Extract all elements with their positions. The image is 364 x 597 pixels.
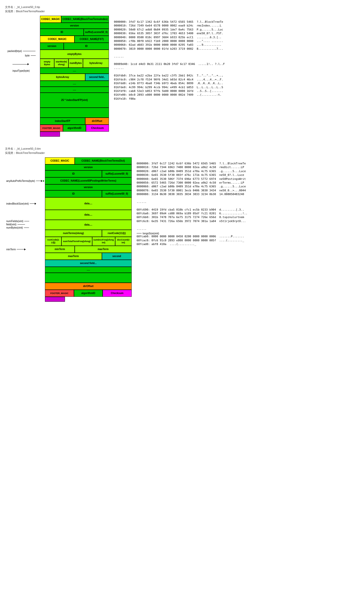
cell-d2-algorithm-id: algorithmID bbox=[74, 290, 103, 297]
label-packed: packed(btye) bbox=[7, 50, 35, 52]
d1-row-12: 25 * indexStartFP(vint) bbox=[40, 93, 109, 108]
cell-d2-codec-name-dict: CODEC_NAME(BlockTreeTermsDict) bbox=[75, 157, 132, 164]
cell-d2-second-field: second field... bbox=[45, 260, 132, 267]
label-field-vint: field(vint) bbox=[6, 223, 29, 226]
d2-row-14: second field... bbox=[45, 260, 132, 267]
d1-row-6: emptyBytes packed(btye) byte bbox=[40, 50, 109, 59]
cell-codec-name-index: CODEC_NAME(BlockTreeTermsIndex) bbox=[61, 16, 109, 23]
d2-row-18: FOOTER_MAGIC algorithmID Checksum bbox=[45, 290, 132, 297]
d2-row-12: minTerm maxTerm minTerm bbox=[45, 246, 132, 253]
label-min-term: minTerm bbox=[6, 248, 26, 251]
cell-version-2: version bbox=[40, 43, 64, 50]
cell-num-bytes: numBytes bbox=[68, 59, 83, 68]
d1-row-10: …. bbox=[40, 81, 109, 87]
cell-index-start-fp: indesStartFP bbox=[40, 118, 85, 125]
d2-row-11: rootCode(11位) sumTotalTermFreq(vlong) su… bbox=[45, 237, 132, 246]
label-any-auto: anyAutoPrefixTerms(byte) bbox=[6, 180, 44, 182]
d2-row-4: CODEC_NAME(Lucene50PostingsWriterTerms) … bbox=[45, 177, 132, 184]
filename-1: 文件名：_bl_Lucene50_0.tip bbox=[5, 5, 109, 9]
cell-dir-offset-1: dirOffset bbox=[85, 118, 109, 125]
cell-codec-magic-2: CODEC_MAGIC bbox=[40, 36, 74, 43]
cell-magenta-tail-1 bbox=[40, 132, 60, 137]
cell-d2-version-2: version bbox=[45, 184, 132, 190]
d2-row-5: version bbox=[45, 184, 132, 190]
page-wrapper: 文件名：_bl_Lucene50_0.tip 实现类：BlockTreeTerm… bbox=[0, 0, 364, 307]
cell-id-1: ID bbox=[40, 29, 84, 36]
d1-row-7: emptyBytes startNode(vlong) numBytes byt… bbox=[40, 59, 109, 68]
label-byte: byte bbox=[25, 54, 36, 57]
cell-d2-data-1: data.... bbox=[45, 197, 132, 210]
cell-second-field-1: second field.. bbox=[85, 74, 109, 81]
cell-d2-codec-name-postings: CODEC_NAME(Lucene50PostingsWriterTerms) bbox=[45, 177, 132, 184]
labels-num-fields-area: numFields(vint) field(vint) numBytes(vin… bbox=[6, 220, 29, 229]
d2-row-8: data.... bbox=[45, 210, 132, 220]
d2-row-3: ID suffix(Lucene50_0) bbox=[45, 170, 132, 177]
cell-d2-suffix-1: suffix(Lucene50_0) bbox=[102, 170, 132, 177]
cell-25-index-start: 25 * indexStartFP(vint) bbox=[40, 93, 109, 108]
cell-d2-root-code-2: rootCode(11位) bbox=[45, 237, 61, 246]
label-index-block-size: indexBlockSize(vint) bbox=[6, 202, 36, 205]
d2-row-19 bbox=[45, 297, 65, 302]
d2-row-17: dirOffset bbox=[45, 283, 132, 290]
cell-d2-doc-count: docCount(vint) bbox=[115, 237, 132, 246]
cell-codec-magic-1: CODEC_MAGIC bbox=[40, 16, 61, 23]
d1-row-11: …. bbox=[40, 87, 109, 93]
d1-row-16 bbox=[40, 132, 60, 137]
cell-checksum-1: Checksum bbox=[86, 125, 109, 132]
cell-d2-max-term-1: maxTerm bbox=[75, 246, 132, 253]
cell-d2-dir-offset: dirOffset bbox=[45, 283, 132, 290]
d2-row-6: ID suffix(Lucene50_0) bbox=[45, 190, 132, 197]
d1-row-15: FOOTER_MAGIC algorithmID Checksum bbox=[40, 125, 109, 132]
label-input-type: inputType(byte) bbox=[12, 69, 30, 72]
impl-2: 实现类：BlockTreeTermsReader bbox=[5, 151, 132, 155]
cell-start-node: startNode(vlong) bbox=[54, 59, 68, 68]
cell-d2-id-2: ID bbox=[45, 190, 102, 197]
cell-algorithm-id-1: algorithmID bbox=[63, 125, 86, 132]
cell-d2-sum-total: sumTotalTermFreq(vlong) bbox=[61, 237, 92, 246]
cell-d2-version-1: version bbox=[45, 164, 132, 170]
d2-row-7: data.... indexBlockSize(vint) bbox=[45, 197, 132, 210]
d2-row-1: CODEC_MAGIC CODEC_NAME(BlockTreeTermsDic… bbox=[45, 157, 132, 164]
label-num-fields: numFields(vint) bbox=[6, 220, 29, 223]
cell-d2-data-3: data.... bbox=[45, 220, 132, 230]
file-info-2: 文件名：_bl_Lucene50_0.tim 实现类：BlockTreeTerm… bbox=[5, 147, 132, 155]
cell-d2-num-terms: numTerms(vlong) bbox=[45, 230, 102, 237]
cell-d2-second-1: second bbox=[102, 253, 132, 260]
cell-d2-spacer bbox=[45, 273, 132, 283]
impl-1: 实现类：BlockTreeTermsReader bbox=[5, 9, 109, 13]
cell-codec-name-fst: CODEC_NAME(FST) bbox=[74, 36, 109, 43]
cell-d2-sum-doc-freq: sumDocFreq(vlong int) bbox=[92, 237, 115, 246]
cell-version-1: version bbox=[40, 23, 109, 29]
cell-d2-data-2: data.... bbox=[45, 210, 132, 220]
cell-d2-checksum: Checksum bbox=[103, 290, 132, 297]
cell-d2-suffix-2: suffix(Lucene50_0) bbox=[102, 190, 132, 197]
d2-row-13: maxTerm second bbox=[45, 253, 132, 260]
diagram-section-2: 文件名：_bl_Lucene50_0.tim 实现类：BlockTreeTerm… bbox=[5, 147, 359, 302]
d1-row-13 bbox=[40, 108, 109, 118]
hex-content-1: 0000000: 3fd7 6c17 1342 6c6f 636b 5472 6… bbox=[114, 20, 234, 101]
cell-dots-2: …. bbox=[40, 81, 109, 87]
diag1-struct: CODEC_MAGIC CODEC_NAME(BlockTreeTermsInd… bbox=[40, 16, 109, 137]
cell-d2-codec-magic: CODEC_MAGIC bbox=[45, 157, 75, 164]
cell-d2-dots-1: …. bbox=[45, 267, 132, 273]
d1-row-1: CODEC_MAGIC CODEC_NAME(BlockTreeTermsInd… bbox=[40, 16, 109, 23]
d2-row-10: numTerms(vlong) rootCode(11位) numFields(… bbox=[45, 230, 132, 237]
cell-d2-footer-magic: FOOTER_MAGIC bbox=[45, 290, 74, 297]
cell-d2-max-term-2: maxTerm bbox=[45, 253, 102, 260]
cell-spacer-1 bbox=[40, 108, 109, 118]
cell-d2-min-term: minTerm bbox=[45, 246, 75, 253]
cell-bytes-array-1: bytesArray bbox=[83, 59, 109, 68]
cell-suffix-1: suffix(Lucene50_0) bbox=[84, 29, 109, 36]
filename-2: 文件名：_bl_Lucene50_0.tim bbox=[5, 147, 132, 151]
cell-d2-root-code-1: rootCode(11位) bbox=[102, 230, 132, 237]
label-num-bytes-vint: numBytes(vint) bbox=[6, 226, 29, 229]
label-longs-size: longsSize(vint) bbox=[137, 232, 159, 235]
d2-row-9: data.... bbox=[45, 220, 132, 230]
diagram-section-1: 文件名：_bl_Lucene50_0.tip 实现类：BlockTreeTerm… bbox=[5, 5, 359, 137]
cell-empty-bytes-sm: emptyBytes bbox=[40, 59, 54, 68]
diagram-left-2: 文件名：_bl_Lucene50_0.tim 实现类：BlockTreeTerm… bbox=[5, 147, 132, 302]
d2-row-16 bbox=[45, 273, 132, 283]
diagram-left-1: 文件名：_bl_Lucene50_0.tip 实现类：BlockTreeTerm… bbox=[5, 5, 109, 137]
d1-row-5: version ID bbox=[40, 43, 109, 50]
d1-row-8: …. inputType(byte) bbox=[40, 68, 109, 74]
